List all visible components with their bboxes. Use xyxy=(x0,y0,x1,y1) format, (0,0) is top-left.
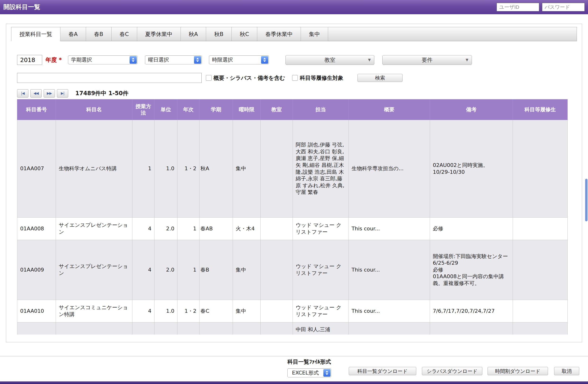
semester-select[interactable]: 学期選択 xyxy=(68,55,137,64)
table-cell xyxy=(56,323,132,335)
next-page-button[interactable]: ▶▶ xyxy=(43,89,55,98)
table-cell xyxy=(261,240,293,300)
tab-summer-break[interactable]: 夏季休業中 xyxy=(137,27,181,41)
requirement-select-value: 要件 xyxy=(422,56,433,64)
table-cell: 秋A xyxy=(199,120,233,218)
table-cell: 中田 和人,三浦 xyxy=(293,323,349,335)
table-cell xyxy=(513,120,568,218)
audit-students-checkbox[interactable] xyxy=(292,75,298,81)
pagination: |◀ ◀◀ ▶▶ ▶| 17489件中 1-50件 xyxy=(17,89,577,98)
download-syllabus-button[interactable]: シラバスダウンロード xyxy=(422,367,482,375)
column-header: 曜時限 xyxy=(233,100,261,120)
file-format-label: 科目一覧ﾌｧｲﾙ形式 xyxy=(280,358,339,365)
bottom-bar xyxy=(0,381,588,384)
audit-students-label: 科目等履修生対象 xyxy=(300,74,343,82)
tab-spring-break[interactable]: 春季休業中 xyxy=(257,27,301,41)
table-cell xyxy=(513,323,568,335)
table-cell: ウッド マシュー クリストファー xyxy=(293,218,349,240)
day-select[interactable]: 曜日選択 xyxy=(145,55,202,64)
column-header: 単位 xyxy=(154,100,177,120)
table-cell: ウッド マシュー クリストファー xyxy=(293,300,349,323)
tab-spring-b[interactable]: 春B xyxy=(86,27,112,41)
table-header-row: 科目番号科目名授業方法単位年次学期曜時限教室担当概要備考科目等履修生 xyxy=(17,100,568,120)
table-cell xyxy=(513,240,568,300)
password-input[interactable] xyxy=(542,3,585,11)
dropdown-arrow-icon: ▼ xyxy=(465,58,468,62)
tab-fall-b[interactable]: 秋B xyxy=(206,27,232,41)
table-cell xyxy=(154,323,177,335)
table-cell: 集中 xyxy=(233,120,261,218)
table-row: 01AA008サイエンスプレゼンテーション42.01春AB火・木4ウッド マシュ… xyxy=(17,218,568,240)
include-summary-checkbox[interactable] xyxy=(206,75,211,81)
tab-spring-c[interactable]: 春C xyxy=(112,27,137,41)
tab-intensive[interactable]: 集中 xyxy=(301,27,328,41)
dropdown-arrow-icon: ▼ xyxy=(368,58,371,62)
table-cell xyxy=(177,323,199,335)
include-summary-label: 概要・シラバス・備考を含む xyxy=(213,74,285,82)
table-body: 01AA007生物科学オムニバス特講11.01・2秋A集中阿部 訓也,伊藤 弓弦… xyxy=(17,120,568,335)
file-format-select[interactable]: EXCEL形式 xyxy=(287,368,331,377)
table-cell: サイエンスプレゼンテーション xyxy=(56,218,132,240)
table-cell xyxy=(513,218,568,240)
table-cell: 1・2 xyxy=(177,120,199,218)
table-cell xyxy=(17,323,56,335)
table-row: 01AA010サイエンスコミュニケーション特講41.01・2春C集中ウッド マシ… xyxy=(17,300,568,323)
tab-bar-filler xyxy=(328,27,577,41)
table-cell: 01AA009 xyxy=(17,240,56,300)
file-format-value: EXCEL形式 xyxy=(292,369,319,376)
select-arrows-icon xyxy=(194,56,201,64)
table-cell xyxy=(513,300,568,323)
first-page-button[interactable]: |◀ xyxy=(17,89,28,98)
table-cell xyxy=(132,323,154,335)
table-cell: This cour... xyxy=(349,240,430,300)
table-cell: 1・2 xyxy=(177,300,199,323)
column-header: 学期 xyxy=(199,100,233,120)
year-input[interactable] xyxy=(17,55,42,65)
select-arrows-icon xyxy=(323,369,331,377)
download-timetable-button[interactable]: 時間割ダウンロード xyxy=(487,367,548,375)
course-table-container: 科目番号科目名授業方法単位年次学期曜時限教室担当概要備考科目等履修生 01AA0… xyxy=(17,99,568,335)
table-cell: 01AA007 xyxy=(17,120,56,218)
period-select[interactable]: 時限選択 xyxy=(209,55,269,64)
table-row: 中田 和人,三浦 xyxy=(17,323,568,335)
last-page-button[interactable]: ▶| xyxy=(57,89,68,98)
select-arrows-icon xyxy=(261,56,268,64)
cancel-button[interactable]: 取消 xyxy=(554,367,579,375)
table-cell: 7/6,7/17,7/20,7/24,7/27 xyxy=(430,300,513,323)
table-cell: 生物科学オムニバス特講 xyxy=(56,120,132,218)
prev-page-button[interactable]: ◀◀ xyxy=(30,89,42,98)
table-cell: 集中 xyxy=(233,300,261,323)
course-table: 科目番号科目名授業方法単位年次学期曜時限教室担当概要備考科目等履修生 01AA0… xyxy=(17,99,568,335)
day-select-value: 曜日選択 xyxy=(148,56,169,63)
table-cell xyxy=(233,323,261,335)
table-cell xyxy=(261,120,293,218)
requirement-select[interactable]: 要件 ▼ xyxy=(382,55,472,65)
tab-course-list[interactable]: 授業科目一覧 xyxy=(11,27,61,41)
select-arrows-icon xyxy=(130,56,137,64)
column-header: 概要 xyxy=(349,100,430,120)
period-select-value: 時限選択 xyxy=(212,56,233,63)
column-header: 備考 xyxy=(430,100,513,120)
keyword-input[interactable] xyxy=(17,73,202,83)
tab-fall-a[interactable]: 秋A xyxy=(181,27,206,41)
user-id-input[interactable] xyxy=(497,3,539,11)
table-cell: 2.0 xyxy=(154,240,177,300)
tab-spring-a[interactable]: 春A xyxy=(61,27,86,41)
year-label: 年度 * xyxy=(45,56,62,64)
table-cell: 1.0 xyxy=(154,120,177,218)
filter-row: 年度 * 学期選択 曜日選択 時限選択 教室 ▼ 要件 ▼ xyxy=(17,55,577,65)
download-course-list-button[interactable]: 科目一覧ダウンロード xyxy=(349,367,416,375)
classroom-select[interactable]: 教室 ▼ xyxy=(285,55,374,65)
table-cell: 春C xyxy=(199,300,233,323)
table-cell: 開催場所:下田臨海実験センター 6/25-6/29 必修 01AA008と同一内… xyxy=(430,240,513,300)
column-header: 授業方法 xyxy=(132,100,154,120)
table-cell: ウッド マシュー クリストファー xyxy=(293,240,349,300)
table-cell xyxy=(349,323,430,335)
table-cell: 2.0 xyxy=(154,218,177,240)
tab-fall-c[interactable]: 秋C xyxy=(232,27,257,41)
scrollbar[interactable] xyxy=(585,179,588,221)
scrollbar-thumb[interactable] xyxy=(585,179,588,221)
table-cell: 春B xyxy=(199,240,233,300)
search-button[interactable]: 検索 xyxy=(357,74,402,82)
table-cell: 集中 xyxy=(233,240,261,300)
